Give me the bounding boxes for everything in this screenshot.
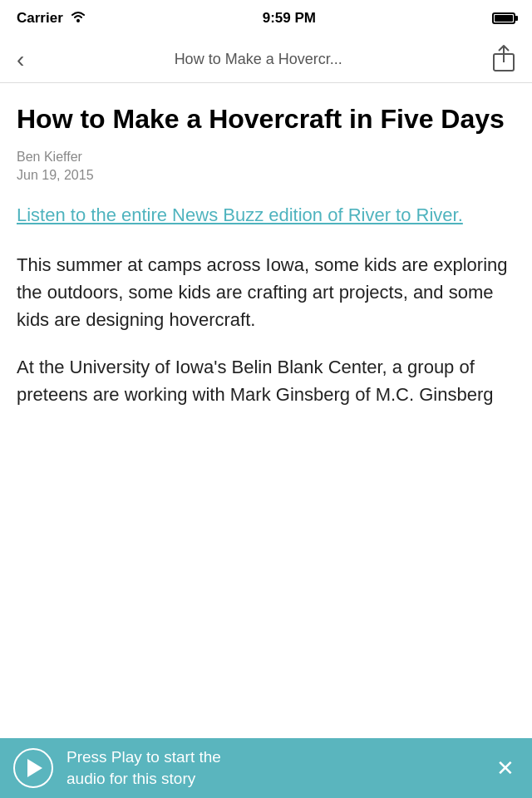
wifi-icon	[70, 10, 86, 27]
status-left: Carrier	[17, 10, 86, 27]
carrier-label: Carrier	[17, 10, 63, 27]
close-icon: ✕	[496, 757, 515, 779]
audio-player-bar: Press Play to start the audio for this s…	[0, 738, 532, 798]
status-time: 9:59 PM	[263, 10, 316, 27]
audio-message-line1: Press Play to start the	[66, 748, 221, 766]
article-date: Jun 19, 2015	[17, 168, 515, 183]
share-icon	[492, 44, 515, 76]
audio-message-line2: audio for this story	[66, 770, 195, 787]
article-author: Ben Kieffer	[17, 150, 515, 165]
share-button[interactable]	[489, 37, 519, 82]
play-icon	[27, 759, 42, 777]
audio-message: Press Play to start the audio for this s…	[66, 746, 492, 789]
play-button[interactable]	[13, 748, 53, 788]
article-content: How to Make a Hovercraft in Five Days Be…	[0, 83, 532, 738]
nav-title: How to Make a Hovercr...	[36, 51, 480, 68]
status-bar: Carrier 9:59 PM	[0, 0, 532, 37]
battery-icon	[492, 12, 515, 24]
close-audio-button[interactable]: ✕	[492, 755, 519, 781]
status-right	[492, 12, 515, 24]
back-button[interactable]: ‹	[13, 42, 27, 78]
svg-point-0	[76, 19, 80, 22]
nav-bar: ‹ How to Make a Hovercr...	[0, 37, 532, 83]
article-link[interactable]: Listen to the entire News Buzz edition o…	[17, 203, 515, 228]
body-paragraph-2: At the University of Iowa's Belin Blank …	[17, 353, 515, 408]
article-body: This summer at camps across Iowa, some k…	[17, 251, 515, 408]
body-paragraph-1: This summer at camps across Iowa, some k…	[17, 251, 515, 333]
back-chevron-icon: ‹	[17, 48, 24, 71]
article-title: How to Make a Hovercraft in Five Days	[17, 103, 515, 135]
